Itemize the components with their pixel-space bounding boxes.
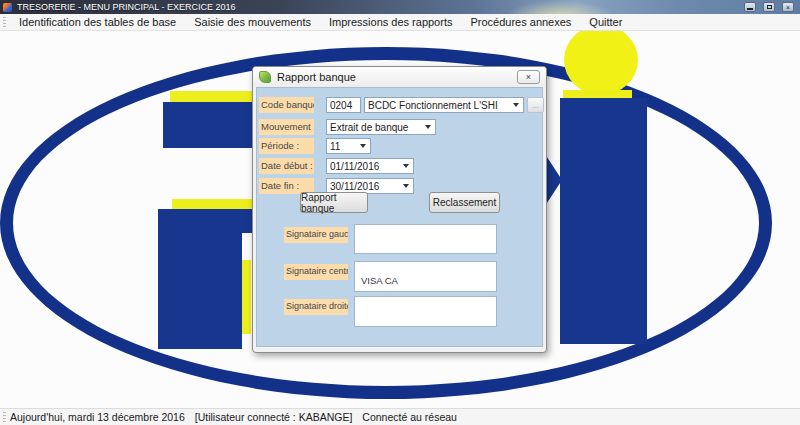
logo-bar-right-yellow — [563, 90, 632, 98]
menu-quitter[interactable]: Quitter — [580, 15, 631, 29]
mouvement-combobox-value: Extrait de banque — [327, 122, 423, 133]
menubar-grip — [3, 17, 6, 28]
mouvement-label: Mouvement : — [259, 119, 314, 135]
dialog-title: Rapport banque — [277, 71, 356, 83]
signataire-centre-label: Signataire centre : — [284, 264, 348, 280]
chevron-down-icon — [403, 184, 409, 188]
chevron-down-icon — [403, 164, 409, 168]
signataire-gauche-input[interactable] — [354, 224, 497, 254]
close-button[interactable]: × — [782, 2, 794, 12]
logo-bar-left-vertical-navy — [158, 209, 242, 349]
bank-combobox[interactable]: BCDC Fonctionnement L'SHI — [364, 97, 524, 113]
logo-bar-right-vertical-navy — [560, 98, 647, 344]
date-fin-value: 30/11/2016 — [327, 181, 401, 192]
periode-label: Période : — [259, 138, 314, 154]
restore-icon — [767, 5, 772, 9]
dialog-close-button[interactable]: × — [517, 70, 540, 84]
status-network: Connecté au réseau — [362, 411, 457, 423]
status-user: [Utilisateur connecté : KABANGE] — [195, 411, 353, 423]
browse-button[interactable]: ... — [527, 97, 544, 113]
status-bar: Aujourd'hui, mardi 13 décembre 2016 [Uti… — [0, 408, 800, 425]
menu-saisie-mouvements[interactable]: Saisie des mouvements — [185, 15, 320, 29]
restore-button[interactable] — [763, 2, 775, 12]
main-titlebar: TRESORERIE - MENU PRINCIPAL - EXERCICE 2… — [0, 0, 800, 14]
app-icon — [3, 3, 12, 12]
chevron-down-icon — [513, 103, 519, 107]
dialog-content: Code banque : BCDC Fonctionnement L'SHI … — [256, 87, 543, 347]
bank-combobox-value: BCDC Fonctionnement L'SHI — [365, 100, 511, 111]
rapport-banque-dialog: Rapport banque × Code banque : BCDC Fonc… — [252, 66, 547, 353]
mdi-client-area: Rapport banque × Code banque : BCDC Fonc… — [0, 31, 800, 408]
minimize-button[interactable] — [744, 2, 756, 12]
menu-identification-tables[interactable]: Identification des tables de base — [10, 15, 185, 29]
code-banque-input[interactable] — [326, 97, 361, 113]
minimize-icon — [747, 8, 753, 10]
signataire-centre-input[interactable]: VISA CA — [354, 261, 497, 292]
mouvement-combobox[interactable]: Extrait de banque — [326, 119, 436, 135]
status-date: Aujourd'hui, mardi 13 décembre 2016 — [10, 411, 185, 423]
dialog-titlebar[interactable]: Rapport banque — [253, 67, 546, 87]
periode-combobox-value: 11 — [327, 141, 358, 152]
menu-procedures-annexes[interactable]: Procédures annexes — [461, 15, 580, 29]
date-debut-value: 01/11/2016 — [327, 161, 401, 172]
signataire-droite-label: Signataire droite : — [284, 299, 348, 315]
signataire-droite-input[interactable] — [354, 296, 497, 327]
code-banque-label: Code banque : — [259, 97, 314, 113]
titlebar-glass-highlight — [505, 0, 615, 14]
signataire-gauche-label: Signataire gauche : — [284, 227, 348, 243]
statusbar-grip — [3, 412, 6, 423]
chevron-down-icon — [360, 144, 366, 148]
logo-bar-left-yellow-strip — [242, 260, 251, 334]
periode-combobox[interactable]: 11 — [326, 138, 371, 154]
menu-impressions-rapports[interactable]: Impressions des rapports — [320, 15, 462, 29]
rapport-banque-button[interactable]: Rapport banque — [300, 192, 368, 213]
date-debut-label: Date début : — [259, 158, 314, 174]
window-title: TRESORERIE - MENU PRINCIPAL - EXERCICE 2… — [17, 2, 236, 12]
chevron-down-icon — [425, 125, 431, 129]
date-debut-combobox[interactable]: 01/11/2016 — [326, 158, 414, 174]
reclassement-button[interactable]: Reclassement — [429, 192, 500, 213]
main-window: TRESORERIE - MENU PRINCIPAL - EXERCICE 2… — [0, 0, 800, 425]
report-icon — [259, 71, 271, 83]
menu-bar: Identification des tables de base Saisie… — [0, 14, 800, 31]
